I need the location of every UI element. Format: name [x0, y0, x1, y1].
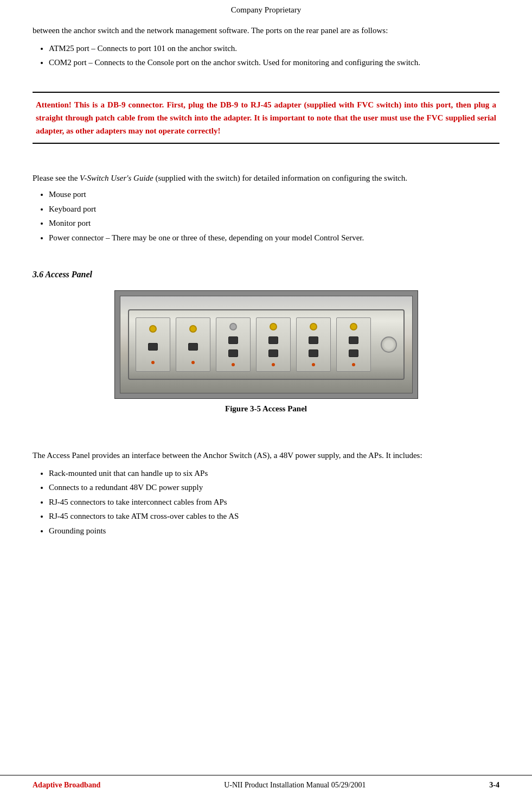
book-title: V-Switch User's Guide: [80, 174, 153, 182]
spacer: [33, 248, 499, 257]
list-item: Mouse port: [49, 188, 499, 201]
list-item: Keyboard port: [49, 203, 499, 215]
spacer: [33, 419, 499, 428]
paragraph-2: Please see the V-Switch User's Guide (su…: [33, 172, 499, 185]
list-item: RJ-45 connectors to take interconnect ca…: [49, 496, 499, 508]
list-item: ATM25 port – Connects to port 101 on the…: [49, 42, 499, 55]
figure-caption: Figure 3-5 Access Panel: [225, 404, 307, 414]
list-item: Monitor port: [49, 217, 499, 230]
connector-4: [270, 323, 277, 330]
list-item: Rack-mounted unit that can handle up to …: [49, 467, 499, 480]
port-3b: [228, 349, 238, 357]
port-6b: [349, 349, 358, 357]
led-3: [232, 363, 235, 366]
page-footer: Adaptive Broadband U-NII Product Install…: [0, 775, 532, 795]
port-6a: [349, 336, 358, 344]
panel-rack: [128, 309, 405, 380]
connector-6: [350, 323, 357, 330]
attention-text: Attention! This is a DB-9 connector. Fir…: [36, 98, 496, 137]
panel-module-1: [136, 317, 170, 372]
access-panel-image: [120, 296, 413, 393]
panel-module-3: [216, 317, 251, 372]
port-5a: [309, 336, 318, 344]
connector-1: [149, 325, 157, 333]
list-item: COM2 port – Connects to the Console port…: [49, 56, 499, 69]
connector-5: [310, 323, 317, 330]
section-36-heading: 3.6 Access Panel: [33, 270, 499, 279]
port-5b: [309, 349, 318, 357]
intro-paragraph: between the anchor switch and the networ…: [33, 24, 499, 37]
list-item: RJ-45 connectors to take ATM cross-over …: [49, 510, 499, 523]
footer-company: Adaptive Broadband: [33, 781, 100, 790]
figure-image-box: [114, 290, 418, 399]
top-bullet-list: ATM25 port – Connects to port 101 on the…: [49, 42, 499, 69]
panel-module-6: [336, 317, 371, 372]
led-5: [312, 363, 315, 366]
led-2: [191, 361, 195, 364]
bottom-bullet-list: Rack-mounted unit that can handle up to …: [49, 467, 499, 537]
connector-3: [229, 323, 237, 330]
figure-container: Figure 3-5 Access Panel: [33, 290, 499, 414]
footer-manual: U-NII Product Installation Manual 05/29/…: [100, 781, 489, 790]
port-4b: [268, 349, 278, 357]
led-4: [272, 363, 275, 366]
header-title: Company Proprietary: [231, 5, 302, 14]
led-6: [352, 363, 355, 366]
panel-module-5: [296, 317, 331, 372]
led-1: [151, 361, 155, 364]
spacer: [33, 154, 499, 162]
page-header: Company Proprietary: [33, 0, 499, 24]
spacer: [33, 428, 499, 436]
panel-module-2: [176, 317, 210, 372]
mid-bullet-list: Mouse port Keyboard port Monitor port Po…: [49, 188, 499, 244]
connector-2: [189, 325, 197, 333]
port-3a: [228, 336, 238, 344]
footer-page: 3-4: [489, 781, 499, 790]
list-item: Grounding points: [49, 525, 499, 537]
port-4a: [268, 336, 278, 344]
attention-box: Attention! This is a DB-9 connector. Fir…: [33, 92, 499, 144]
page-container: Company Proprietary between the anchor s…: [0, 0, 532, 795]
access-panel-text: The Access Panel provides an interface b…: [33, 449, 499, 462]
panel-module-4: [256, 317, 291, 372]
panel-right-circle: [381, 336, 397, 353]
list-item: Power connector – There may be one or th…: [49, 232, 499, 244]
port-1: [148, 343, 158, 351]
port-2: [188, 343, 198, 351]
list-item: Connects to a redundant 48V DC power sup…: [49, 481, 499, 494]
spacer: [33, 73, 499, 82]
